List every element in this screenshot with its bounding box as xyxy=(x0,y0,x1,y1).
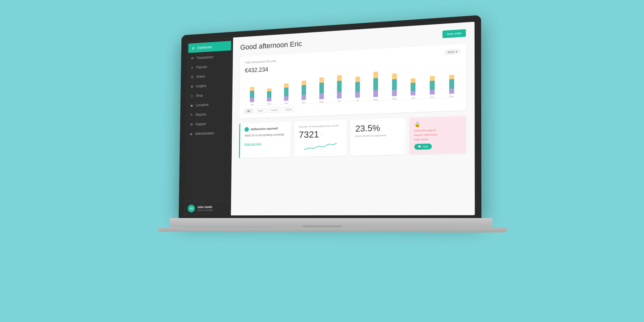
bar-group: Mar xyxy=(279,75,294,105)
bar-segment-purple xyxy=(355,92,360,98)
bar-segment-peach xyxy=(430,76,435,81)
insights-icon: ⊞ xyxy=(190,85,194,89)
sidebar-item-label: Insights xyxy=(196,84,206,88)
bar-label: Aug xyxy=(374,98,378,101)
bar-stack xyxy=(355,76,360,98)
bar-segment-teal xyxy=(267,91,271,98)
location-icon: ◉ xyxy=(190,103,194,107)
bar-label: Jul xyxy=(356,99,359,101)
bar-segment-purple xyxy=(250,98,254,102)
main-content: Good afternoon Eric New order Total tran… xyxy=(231,22,475,216)
bar-stack xyxy=(449,74,454,94)
new-order-button[interactable]: New order xyxy=(443,29,466,38)
sidebar-item-label: Transactions xyxy=(197,55,214,59)
user-name: John Smith xyxy=(197,205,213,209)
help-label: Help xyxy=(423,145,428,148)
bar-segment-peach xyxy=(355,76,360,82)
sidebar-item-label: Shop xyxy=(196,94,203,97)
bar-stack xyxy=(302,80,306,100)
sidebar-item-administration[interactable]: ◈ Administration xyxy=(185,128,232,139)
bar-segment-teal xyxy=(449,79,454,89)
dashboard-icon: ⊞ xyxy=(191,46,195,50)
filter-all[interactable]: All xyxy=(245,109,253,114)
card-icon-row: ! Malfunction reported! xyxy=(245,126,286,132)
help-icon: 💬 xyxy=(418,145,421,148)
chart-section: Total transactions this year 2019 ▾ €432… xyxy=(239,44,466,118)
bar-group: May xyxy=(314,73,330,103)
sidebar-item-label: Payouts xyxy=(196,65,207,69)
sidebar-nav: ⊞ Dashboard ⇄ Transactions ≡ Payouts ☰ O… xyxy=(184,38,233,201)
sidebar-item-support[interactable]: ⚙ Support xyxy=(185,118,232,129)
help-button[interactable]: 💬 Help xyxy=(414,144,432,150)
filter-cash[interactable]: Cash xyxy=(255,108,266,113)
percent-big: 23.5% xyxy=(355,122,400,134)
bar-segment-teal xyxy=(430,81,435,90)
laptop-screen: ⊞ Dashboard ⇄ Transactions ≡ Payouts ☰ O… xyxy=(179,15,481,218)
sidebar-footer: JS John Smith Store manager xyxy=(184,201,231,216)
avatar: JS xyxy=(188,205,195,212)
bar-segment-purple xyxy=(449,88,454,94)
bar-label: Sep xyxy=(392,97,396,100)
bar-group: Feb xyxy=(261,76,277,105)
card-number: 7321 ↑ xyxy=(299,128,342,140)
bar-group: Aug xyxy=(368,70,384,101)
payouts-icon: ≡ xyxy=(191,65,194,69)
chevron-down-icon: ▾ xyxy=(455,50,457,54)
chart-label: Total transactions this year xyxy=(245,59,276,64)
bar-group: Apr xyxy=(296,74,312,104)
bar-label: Jun xyxy=(337,100,341,102)
transaction-count: 7321 xyxy=(299,129,319,140)
sidebar-item-label: Support xyxy=(196,122,206,126)
bar-stack xyxy=(373,71,378,97)
year-value: 2019 xyxy=(447,50,454,54)
bar-label: May xyxy=(319,100,324,103)
percent-sub: More electronic payments xyxy=(355,133,400,138)
bar-label: Feb xyxy=(267,103,271,105)
bar-label: Mar xyxy=(284,102,288,104)
bar-segment-peach xyxy=(319,77,324,83)
admin-icon: ◈ xyxy=(190,132,193,136)
bar-segment-teal xyxy=(373,78,378,90)
bar-segment-peach xyxy=(337,75,342,81)
sidebar-item-label: Administration xyxy=(195,131,214,135)
bar-segment-purple xyxy=(430,90,435,95)
bar-segment-peach xyxy=(284,84,288,88)
shop-icon: ◻ xyxy=(190,94,194,98)
filter-clicks[interactable]: Clicks xyxy=(282,107,294,112)
chat-support-link[interactable]: Chat with support xyxy=(414,128,461,132)
bar-segment-peach xyxy=(411,78,416,83)
filter-cards[interactable]: Cards xyxy=(268,107,280,113)
bar-label: Apr xyxy=(302,101,306,104)
bar-segment-peach xyxy=(392,73,397,79)
bar-segment-purple xyxy=(373,90,378,97)
lock-icon: 🔒 xyxy=(414,120,461,127)
sidebar-item-label: Dashboard xyxy=(197,45,212,49)
bar-stack xyxy=(411,78,416,95)
bar-segment-peach xyxy=(302,80,306,85)
bar-segment-purple xyxy=(302,95,306,100)
reports-icon: ✎ xyxy=(190,113,194,117)
bar-label: Jan xyxy=(250,103,254,106)
bar-label: Dec xyxy=(449,95,454,98)
year-selector[interactable]: 2019 ▾ xyxy=(445,49,461,55)
support-icon: ⚙ xyxy=(190,122,193,126)
laptop-bottom xyxy=(158,227,507,232)
bar-group: Sep xyxy=(386,69,403,100)
bar-stack xyxy=(392,73,397,96)
bar-segment-teal xyxy=(319,83,324,93)
page-title: Good afternoon Eric xyxy=(240,40,302,52)
screen-inner: ⊞ Dashboard ⇄ Transactions ≡ Payouts ☰ O… xyxy=(184,22,475,216)
bar-segment-teal xyxy=(355,82,360,92)
user-info: John Smith Store manager xyxy=(197,205,213,211)
bar-group: Nov xyxy=(424,67,441,99)
sidebar: ⊞ Dashboard ⇄ Transactions ≡ Payouts ☰ O… xyxy=(184,38,233,215)
report-malfunction-link[interactable]: Report malfunction xyxy=(414,132,461,137)
card-percent: 23.5% More electronic payments xyxy=(351,118,405,156)
bar-segment-teal xyxy=(411,83,416,91)
laptop-base xyxy=(170,218,492,228)
read-report-link[interactable]: Read full report xyxy=(245,142,262,146)
bar-stack xyxy=(319,77,324,99)
bar-group: Oct xyxy=(405,68,422,100)
bar-segment-purple xyxy=(319,93,324,99)
help-center-link[interactable]: Help center xyxy=(414,137,461,141)
